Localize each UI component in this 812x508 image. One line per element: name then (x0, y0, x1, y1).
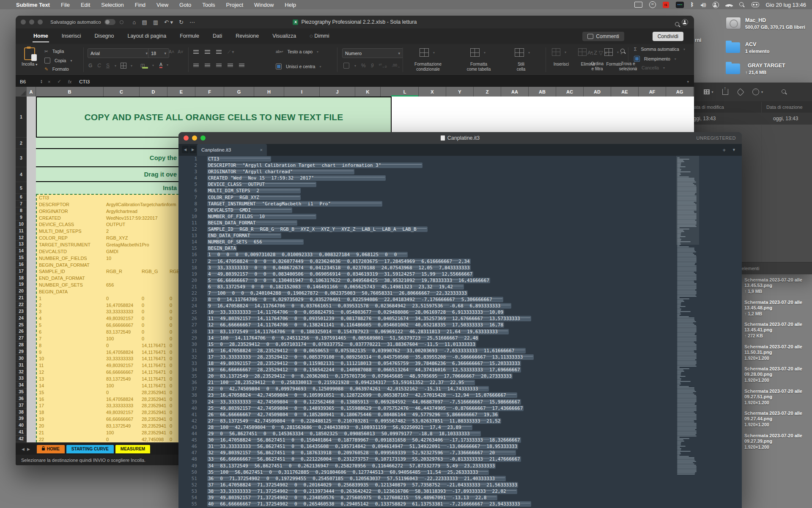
desktop-file-2[interactable]: Schermata 2023-07-20 alle 13.45.48.png↑ … (744, 300, 808, 317)
code-line-18[interactable]: 18333,33333333000,0486726740,0412345180,… (178, 265, 742, 271)
ribbon-tab-home[interactable]: Home (33, 30, 49, 42)
wrap-text-button[interactable]: ab↩Testo a capo▾ (276, 49, 318, 54)
desktop-file-7[interactable]: Schermata 2023-07-20 alle 09.27.44.png1.… (744, 411, 808, 428)
code-line-37[interactable]: 3722042,7450980400,0997946930,1250990880… (178, 386, 742, 392)
row-header-17[interactable]: 17 (16, 268, 27, 274)
code-line-36[interactable]: 362110028,2352941200,2583300130,21592192… (178, 379, 742, 386)
column-header-E[interactable]: E (167, 87, 195, 97)
horizontal-align-buttons[interactable] (193, 64, 244, 67)
ribbon-tab-layout-di-pagina[interactable]: Layout di pagina (126, 30, 167, 42)
window-controls[interactable] (21, 19, 43, 25)
code-line-44[interactable]: 4429056,862745100,1453633340,185023250,0… (178, 431, 742, 437)
row-header-10[interactable]: 10 (16, 221, 27, 227)
column-header-I[interactable]: I (284, 87, 320, 97)
code-line-15[interactable]: 15BEGIN_DATA (178, 245, 742, 251)
column-header-X[interactable]: X (419, 87, 446, 97)
italic-button[interactable]: C (97, 63, 101, 69)
name-box[interactable]: B6 ▲▼ (16, 79, 44, 84)
tab-prev-icon[interactable]: ◀ (182, 146, 189, 153)
row-header-14[interactable]: 14 (16, 248, 27, 254)
graytarget-name[interactable]: GRAY TARGET (748, 63, 785, 69)
font-name-combo[interactable]: Arial▾ (88, 48, 151, 58)
save-as-icon[interactable]: ▥ (153, 19, 158, 25)
finder-row[interactable]: oggi, 13:43 oggi, 13:43 (685, 113, 812, 125)
column-created[interactable]: Data di creazione (766, 105, 803, 110)
merge-center-button[interactable]: Unisci e centra▾ (276, 64, 321, 69)
code-line-46[interactable]: 463133,3333333356,862745100,164356080,19… (178, 443, 742, 450)
format-table-icon[interactable]: ▾ (470, 48, 486, 57)
instruction-row-4[interactable]: Drag it ove (36, 167, 178, 182)
ribbon-tab-visualizza[interactable]: Visualizza (272, 30, 297, 42)
find-select-label[interactable]: Trova eseleziona (611, 61, 645, 71)
code-line-31[interactable]: 311616,4705882428,2352941200,06506530,07… (178, 348, 742, 354)
bold-button[interactable]: G (88, 63, 92, 69)
code-line-35[interactable]: 352083,137254928,2352941200,203620810,17… (178, 373, 742, 379)
window-controls[interactable] (184, 135, 206, 141)
ribbon-tab-inserisci[interactable]: Inserisci (61, 30, 82, 42)
column-header-AB[interactable]: AB (529, 87, 556, 97)
number-buttons[interactable]: ▾ % 9 ⁵⁰→0,00→ (343, 63, 400, 69)
formula-input[interactable]: CTI3 (79, 79, 90, 84)
code-line-9[interactable]: 9DEVCALSTDGMDI (178, 207, 742, 213)
code-line-6[interactable]: 6MULTI_DIM_STEPS2 (178, 188, 742, 194)
column-header-AE[interactable]: AE (611, 87, 639, 97)
row-header-4[interactable]: 4 (16, 167, 27, 182)
row-headers[interactable]: 1234567891011121314151617181920212223242… (16, 97, 27, 443)
row-header-9[interactable]: 9 (16, 214, 27, 221)
row-header-20[interactable]: 20 (16, 288, 27, 295)
instruction-row-2[interactable] (36, 138, 178, 149)
menu-item-find[interactable]: Find (135, 2, 145, 8)
vertical-align-buttons[interactable]: ⟋ ▾ (193, 49, 234, 55)
code-line-19[interactable]: 19449,80392157000,0834005060,0690569140,… (178, 271, 742, 277)
code-line-1[interactable]: 1CTI3 (178, 156, 742, 162)
row-header-15[interactable]: 15 (16, 254, 27, 261)
column-headers[interactable]: ABCDEFGHIJKLXYZAAABACADAEAFAG (16, 87, 694, 97)
menu-item-tools[interactable]: Tools (202, 2, 215, 8)
row-header-25[interactable]: 25 (16, 321, 27, 328)
tab-next-icon[interactable]: ▶ (189, 146, 196, 153)
row-header-3[interactable]: 3 (16, 149, 27, 167)
row-header-11[interactable]: 11 (16, 227, 27, 234)
code-line-22[interactable]: 227100000,2401042880,1906278720,08237500… (178, 290, 742, 296)
screen-mirroring-icon[interactable] (634, 1, 642, 8)
row-header-13[interactable]: 13 (16, 241, 27, 248)
share-button[interactable]: Condividi (653, 32, 683, 41)
row-header-1[interactable]: 1 (16, 97, 27, 138)
cut-button[interactable]: ✂Taglia (44, 49, 64, 54)
machd-drive-icon[interactable] (726, 17, 741, 29)
row-header-18[interactable]: 18 (16, 274, 27, 281)
code-line-30[interactable]: 3015028,2352941200,0571031740,0703377520… (178, 341, 742, 348)
autosave-toggle[interactable]: Salvataggio automatico (50, 19, 123, 25)
code-line-32[interactable]: 321733,3333333328,2352941200,0853791080,… (178, 354, 742, 360)
sort-filter-icon[interactable]: A↓Z ▽ ▾ (587, 50, 607, 56)
row-header-31[interactable]: 31 (16, 362, 27, 368)
row-header-26[interactable]: 26 (16, 328, 27, 335)
more-commands-icon[interactable]: ⋯ (189, 19, 195, 25)
column-header-K[interactable]: K (355, 87, 381, 97)
column-header-AG[interactable]: AG (666, 87, 694, 97)
row-header-6[interactable]: 6 (16, 194, 27, 201)
code-line-53[interactable]: 533833,3333333371,3725490200,2139734440,… (178, 488, 742, 494)
code-line-24[interactable]: 24916,4705882414,1176470600,0376616510,0… (178, 303, 742, 309)
code-line-38[interactable]: 382316,4705882442,7450980400,1059910510,… (178, 392, 742, 398)
redo-icon[interactable]: ↻ (179, 19, 184, 25)
format-painter-button[interactable]: ✎Formato (44, 66, 69, 72)
insert-function-icon[interactable]: fx (68, 79, 72, 84)
row-header-19[interactable]: 19 (16, 281, 27, 288)
cell-styles-icon[interactable]: ▾ (515, 48, 530, 57)
banner-cell[interactable]: COPY AND PASTE ALL ORANGE CELLS TO NEW T… (36, 97, 392, 138)
row-header-16[interactable]: 16 (16, 261, 27, 268)
creative-cloud-icon[interactable]: ∞ (649, 1, 656, 8)
paste-button[interactable]: Incolla ▾ (22, 47, 37, 66)
control-center-icon[interactable] (752, 1, 759, 8)
row-header-29[interactable]: 29 (16, 348, 27, 355)
spotlight-icon[interactable] (739, 1, 745, 8)
code-line-27[interactable]: 271266,6666666714,1176470600,1382411410,… (178, 322, 742, 328)
finder-search-icon[interactable] (782, 89, 787, 95)
cell-styles-label[interactable]: Stilicella (502, 62, 540, 72)
ribbon-tab-dati[interactable]: Dati (212, 30, 223, 42)
comments-button[interactable]: Commenti (582, 32, 624, 41)
column-header-Y[interactable]: Y (446, 87, 474, 97)
menu-item-window[interactable]: Window (254, 2, 274, 8)
code-line-10[interactable]: 10NUMBER_OF_FIELDS10 (178, 213, 742, 220)
